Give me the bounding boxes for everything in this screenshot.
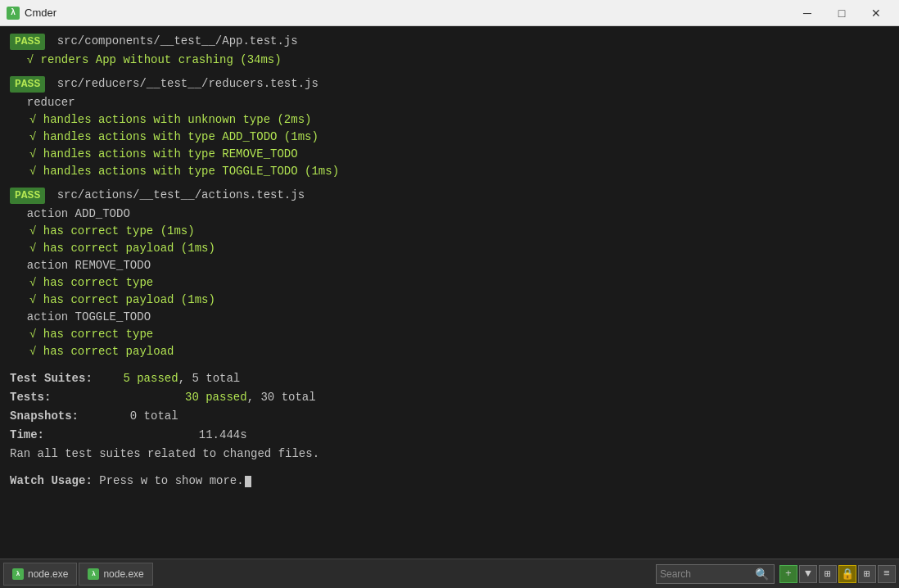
- layout-button[interactable]: ⊞: [819, 565, 837, 583]
- summary-suites-value: 5 passed, 5 total: [116, 370, 240, 387]
- tab-label-2: node.exe: [103, 568, 143, 580]
- group-label-remove-todo: action REMOVE_TODO: [10, 257, 889, 274]
- terminal-area: PASS src/components/__test__/App.test.js…: [0, 26, 899, 559]
- menu-button[interactable]: ▼: [799, 565, 817, 583]
- watch-label: Watch Usage:: [10, 474, 93, 487]
- summary-time: Time: 11.444s: [10, 427, 889, 444]
- summary-snapshots-label: Snapshots:: [10, 408, 116, 425]
- title-bar: λ Cmder ─ □ ✕: [0, 0, 899, 26]
- test-file-3: src/actions/__test__/actions.test.js: [57, 188, 305, 201]
- pass-badge-3: PASS: [10, 188, 45, 204]
- add-tab-button[interactable]: +: [779, 565, 797, 583]
- summary-snapshots: Snapshots: 0 total: [10, 408, 889, 425]
- summary-suites: Test Suites: 5 passed, 5 total: [10, 370, 889, 387]
- search-box[interactable]: 🔍: [656, 564, 775, 584]
- summary-area: Test Suites: 5 passed, 5 total Tests: 30…: [10, 370, 889, 463]
- summary-suites-label: Test Suites:: [10, 370, 116, 387]
- pass-badge-2: PASS: [10, 76, 45, 93]
- minimize-button[interactable]: ─: [791, 2, 824, 25]
- title-bar-left: λ Cmder: [7, 7, 56, 20]
- window-title: Cmder: [25, 7, 56, 19]
- test-block-3: PASS src/actions/__test__/actions.test.j…: [10, 187, 889, 204]
- test-result-3-2: √ has correct payload (1ms): [10, 240, 889, 257]
- tab-icon-1: λ: [12, 568, 24, 580]
- taskbar-tab-1[interactable]: λ node.exe: [3, 563, 77, 586]
- grid-button[interactable]: ⊞: [858, 565, 876, 583]
- taskbar: λ node.exe λ node.exe 🔍 + ▼ ⊞ 🔒 ⊞ ≡: [0, 559, 899, 588]
- test-file-1: src/components/__test__/App.test.js: [57, 34, 298, 47]
- summary-tests: Tests: 30 passed, 30 total: [10, 389, 889, 406]
- test-result-2-2: √ handles actions with type ADD_TODO (1m…: [10, 129, 889, 146]
- maximize-button[interactable]: □: [825, 2, 858, 25]
- test-result-2-4: √ handles actions with type TOGGLE_TODO …: [10, 163, 889, 180]
- tab-label-1: node.exe: [28, 568, 68, 580]
- test-result-3-4: √ has correct payload (1ms): [10, 292, 889, 309]
- watch-usage-line: Watch Usage: Press w to show more.: [10, 473, 889, 490]
- cursor-block: [245, 476, 251, 487]
- test-result-1-1: √ renders App without crashing (34ms): [10, 52, 889, 69]
- summary-snapshots-value: 0 total: [116, 408, 178, 425]
- watch-text: Press w to show more.: [99, 474, 243, 487]
- test-result-3-1: √ has correct type (1ms): [10, 223, 889, 240]
- lock-button[interactable]: 🔒: [838, 565, 856, 583]
- app-icon: λ: [7, 7, 20, 20]
- tab-icon-2: λ: [88, 568, 99, 580]
- summary-tests-label: Tests:: [10, 389, 116, 406]
- test-result-2-3: √ handles actions with type REMOVE_TODO: [10, 146, 889, 163]
- summary-tests-value: 30 passed, 30 total: [116, 389, 316, 406]
- test-result-3-3: √ has correct type: [10, 274, 889, 292]
- test-result-3-5: √ has correct type: [10, 326, 889, 343]
- test-result-3-6: √ has correct payload: [10, 343, 889, 360]
- search-icon-button[interactable]: 🔍: [753, 568, 770, 581]
- search-input[interactable]: [660, 568, 750, 580]
- test-block-2: PASS src/reducers/__test__/reducers.test…: [10, 75, 889, 93]
- close-button[interactable]: ✕: [860, 2, 892, 25]
- window-controls: ─ □ ✕: [791, 2, 892, 25]
- group-label-toggle-todo: action TOGGLE_TODO: [10, 309, 889, 326]
- group-label-add-todo: action ADD_TODO: [10, 206, 889, 223]
- test-block-1: PASS src/components/__test__/App.test.js: [10, 33, 889, 50]
- summary-ran-text: Ran all test suites related to changed f…: [10, 446, 319, 463]
- taskbar-icon-group: + ▼ ⊞ 🔒 ⊞ ≡: [779, 565, 896, 583]
- group-label-reducer: reducer: [10, 94, 889, 111]
- summary-time-value: 11.444s: [116, 427, 247, 444]
- pass-badge-1: PASS: [10, 34, 45, 50]
- settings-button[interactable]: ≡: [878, 565, 896, 583]
- test-result-2-1: √ handles actions with unknown type (2ms…: [10, 111, 889, 129]
- test-file-2: src/reducers/__test__/reducers.test.js: [57, 77, 318, 90]
- summary-ran: Ran all test suites related to changed f…: [10, 446, 889, 463]
- summary-time-label: Time:: [10, 427, 116, 444]
- taskbar-tab-2[interactable]: λ node.exe: [79, 563, 152, 586]
